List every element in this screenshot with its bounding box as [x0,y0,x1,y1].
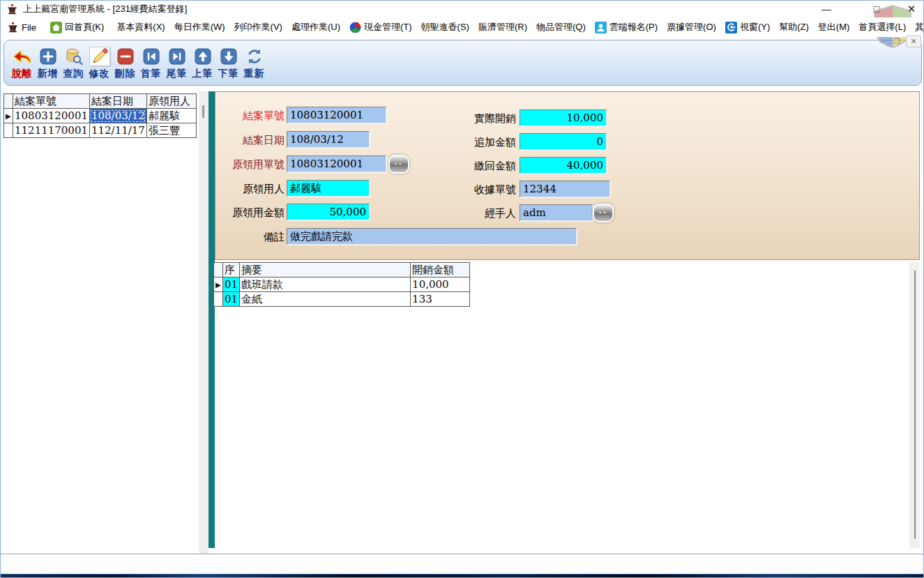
cell-close-no[interactable]: 11211170001 [13,123,90,138]
cell-desc[interactable]: 金紙 [240,292,411,307]
add-button[interactable]: 新增 [35,47,61,80]
mdi-minimize-button[interactable]: – [875,36,888,47]
first-record-button[interactable]: 首筆 [138,47,164,80]
column-header-desc[interactable]: 摘要 [240,263,411,277]
menu-item-pilgrimage[interactable]: 朝聖進香(S) [421,20,470,35]
current-row-marker: ▶ [214,277,223,292]
cell-recipient[interactable]: 郝麗駭 [146,109,196,123]
menu-item-cash-management[interactable]: 現金管理(T) [349,20,413,35]
cell-desc[interactable]: 戲班請款 [240,277,411,292]
refresh-button[interactable]: 重新 [241,47,267,80]
orig-requisition-lookup-button[interactable]: ·· [388,155,409,174]
menu-item-print-work[interactable]: 列印作業(V) [234,20,283,35]
note-label: 備註 [225,229,285,245]
orig-amount-field[interactable] [287,204,370,220]
actual-expense-label: 實際開銷 [457,110,516,127]
temple-censer-icon [6,3,18,15]
extra-amount-field[interactable] [520,133,607,150]
orig-requisition-no-field[interactable] [287,155,386,172]
cell-recipient[interactable]: 張三豐 [146,123,196,138]
table-row[interactable]: 11211170001 112/11/17 張三豐 [4,123,197,138]
menu-item-daily-work[interactable]: 每日作業(W) [174,20,226,35]
exit-button[interactable]: 脫離 [9,47,35,80]
pie-chart-icon [349,22,361,33]
note-field[interactable] [287,228,577,245]
title-bar: 上上籤宮廟管理系統 - [231經費結案登錄] [1,1,923,17]
cell-close-date[interactable]: 112/11/17 [89,123,146,138]
handler-field[interactable] [520,204,593,221]
refund-amount-field[interactable] [520,157,607,174]
home-icon [50,22,62,33]
teal-divider-bar [209,91,215,548]
row-selector-header [214,263,223,277]
handler-lookup-button[interactable]: ·· [593,204,614,222]
current-row-marker: ▶ [4,109,13,123]
menu-item-window[interactable]: 視窗(Y) [725,20,771,35]
refund-amount-label: 繳回金額 [457,158,516,174]
table-row[interactable]: ▶ 01 戲班請款 10,000 [214,277,470,292]
master-header-row: 結案單號 結案日期 原領用人 [4,94,197,109]
menu-item-goods-management[interactable]: 物品管理(Q) [536,20,586,35]
menu-item-file[interactable]: File [6,20,37,35]
next-record-button[interactable]: 下筆 [215,47,241,80]
vertical-scrollbar[interactable] [909,262,920,548]
prev-record-button[interactable]: 上筆 [190,47,215,80]
menu-item-home[interactable]: 回首頁(K) [50,20,105,35]
query-button[interactable]: 查詢 [61,47,86,80]
cell-seq[interactable]: 01 [223,292,240,307]
menu-item-others[interactable]: 其他(L) [914,20,924,35]
window-minimize-button[interactable]: — [811,1,842,17]
app-window: 上上籤宮廟管理系統 - [231經費結案登錄] — □ ✕ – ❐ ✕ [0,0,924,578]
column-header-amount[interactable]: 開銷金額 [411,263,470,277]
orig-amount-label: 原領用金額 [220,204,285,221]
close-record-form: 結案單號 結案日期 原領用單號 ·· 原領用人 原領用金額 備註 實際開銷 追加… [215,91,920,260]
delete-button[interactable]: 刪除 [112,47,138,80]
receipt-no-field[interactable] [520,181,610,197]
panel-splitter[interactable] [199,91,209,554]
close-date-field[interactable] [287,131,370,148]
status-bar [1,554,923,574]
menu-item-basic-data[interactable]: 基本資料(X) [116,20,165,35]
orig-recipient-label: 原領用人 [225,181,285,197]
last-record-button[interactable]: 尾筆 [164,47,190,80]
menu-item-homepage-select[interactable]: 首頁選擇(L) [858,20,907,35]
first-record-icon [141,47,162,66]
column-header-close-date[interactable]: 結案日期 [89,94,146,109]
column-header-seq[interactable]: 序 [223,263,240,277]
refresh-icon [244,47,265,66]
actual-expense-field[interactable] [520,109,607,126]
cell-close-no[interactable]: 10803120001 [13,109,90,123]
content-area: 結案單號 結案日期 原領用人 ▶ 10803120001 108/03/12 郝… [1,91,924,554]
receipt-no-label: 收據單號 [457,181,516,198]
extra-amount-label: 追加金額 [457,134,516,151]
menu-item-cloud-registration[interactable]: 雲端報名(P) [594,20,658,35]
orig-recipient-field[interactable] [287,180,370,197]
mdi-close-button[interactable]: ✕ [906,36,921,47]
menu-bar: File 回首頁(K) 基本資料(X) 每日作業(W) 列印作業(V) 處理作業… [1,17,923,37]
cell-seq[interactable]: 01 [223,277,240,292]
menu-item-ticket-management[interactable]: 票據管理(O) [666,20,717,35]
menu-item-relief-management[interactable]: 賑濟管理(R) [478,20,528,35]
menu-item-help[interactable]: 幫助(Z) [778,20,810,35]
cell-close-date-selected[interactable]: 108/03/12 [89,109,146,123]
modify-button[interactable]: 修改 [86,47,112,80]
menu-item-logout[interactable]: 登出(M) [817,20,851,35]
column-header-recipient[interactable]: 原領用人 [146,94,196,109]
orig-requisition-no-label: 原領用單號 [225,156,285,173]
last-record-icon [167,47,188,66]
taskbar-strip [1,574,923,578]
exit-arrow-icon [12,47,33,66]
table-row[interactable]: ▶ 10803120001 108/03/12 郝麗駭 [4,109,197,123]
toolbar: 脫離 新增 查詢 [3,40,922,86]
search-database-icon [63,47,84,66]
cell-amount[interactable]: 10,000 [411,277,470,292]
delete-icon [115,47,136,66]
table-row[interactable]: 01 金紙 133 [214,292,470,307]
menu-item-process-work[interactable]: 處理作業(U) [291,20,341,35]
cell-amount[interactable]: 133 [411,292,470,307]
column-header-close-no[interactable]: 結案單號 [13,94,90,109]
handler-label: 經手人 [457,205,516,222]
close-no-field[interactable] [287,107,386,123]
mdi-restore-button[interactable]: ❐ [891,36,903,47]
page-title: 上上籤宮廟管理系統 - [231經費結案登錄] [23,3,187,15]
